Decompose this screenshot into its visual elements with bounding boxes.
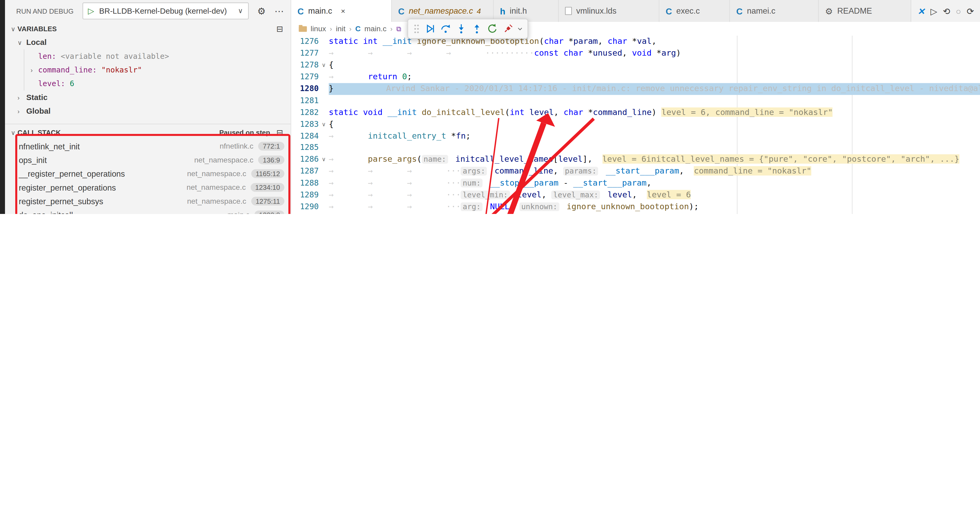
code-line-1289[interactable]: 1289→→→···level_min: level, level_max: l… (291, 189, 980, 201)
frame-location-badge: 1232:8 (255, 211, 284, 214)
more-actions-icon[interactable]: ⋯ (275, 5, 284, 17)
launch-config-dropdown[interactable]: ▷ BR-LLDB-Kernel-Debug (kernel-dev) ∨ (82, 3, 248, 19)
dropdown-button[interactable] (515, 21, 524, 36)
variables-section-header[interactable]: ∨ VARIABLES ⊟ (5, 22, 291, 35)
stack-frame[interactable]: __register_pernet_operationsnet_namespac… (5, 167, 291, 180)
tab-label: vmlinux.lds (576, 6, 616, 16)
run-icon[interactable]: ▷ (931, 6, 937, 16)
variable-name: len: (38, 52, 56, 60)
breadcrumb-item-mainc[interactable]: main.c (364, 24, 387, 33)
stack-frame[interactable]: register_pernet_operationsnet_namespace.… (5, 181, 291, 194)
code-line-1288[interactable]: 1288→→→···num: __stop___param - __start_… (291, 178, 980, 189)
continue-button[interactable] (422, 21, 438, 36)
restart-button[interactable] (484, 21, 500, 36)
code-line-1284[interactable]: 1284→initcall_entry_t *fn; (291, 130, 980, 142)
fold-spacer (319, 71, 329, 83)
gear-icon[interactable]: ⚙ (258, 5, 266, 17)
variables-scope-global[interactable]: ›Global (5, 104, 291, 118)
chevron-down-icon[interactable]: ∨ (9, 25, 18, 32)
variable-row[interactable]: ›command_line: "nokaslr" (24, 63, 291, 77)
tab-label: namei.c (747, 6, 775, 16)
variables-scope-local[interactable]: ∨Local (5, 36, 291, 49)
step-forward-icon[interactable]: ⟳ (967, 6, 974, 16)
code-token (601, 166, 606, 176)
inlay-hint: args: (461, 167, 487, 176)
start-debug-icon[interactable]: ▷ (88, 6, 94, 16)
code-token: , (622, 48, 632, 57)
reverse-continue-icon[interactable]: ⟲ (943, 6, 950, 16)
breadcrumb-item-linux[interactable]: linux (311, 24, 326, 33)
run-and-debug-header: RUN AND DEBUG ▷ BR-LLDB-Kernel-Debug (ke… (5, 0, 291, 22)
fold-icon[interactable]: ∨ (319, 118, 329, 130)
call-stack-section-header[interactable]: ∨ CALL STACK Paused on step ⊟ (5, 125, 291, 139)
tab-exec.c[interactable]: Cexec.c (659, 0, 730, 22)
tab-README[interactable]: ⚙README (819, 0, 911, 22)
code-line-1280[interactable]: 1280}Arvind Sankar - 2020/01/31 14:17:16… (291, 83, 980, 95)
variable-row[interactable]: level: 6 (24, 77, 291, 90)
stack-frame[interactable]: register_pernet_subsysnet_namespace.c127… (5, 194, 291, 208)
fold-icon[interactable]: ∨ (319, 154, 329, 166)
stack-frame[interactable]: nfnetlink_net_initnfnetlink.c772:1 (5, 140, 291, 153)
code-line-1286[interactable]: 1286∨→parse_args(name: initcall_level_na… (291, 154, 980, 166)
code-editor[interactable]: 1276static int __init ignore_unknown_boo… (291, 36, 980, 214)
chevron-right-icon: › (330, 25, 332, 33)
step-into-button[interactable] (453, 21, 469, 36)
chevron-down-icon[interactable]: ∨ (238, 7, 243, 15)
code-token: command_line (593, 107, 651, 117)
disconnect-button[interactable] (500, 21, 515, 36)
stack-frame[interactable]: ops_initnet_namespace.c136:9 (5, 153, 291, 167)
frame-function: register_pernet_subsys (19, 197, 103, 206)
stack-frame[interactable]: do_one_initcallmain.c1232:8 (5, 208, 291, 214)
launch-config-name[interactable]: BR-LLDB-Kernel-Debug (kernel-dev) (99, 6, 238, 15)
close-icon[interactable]: × (341, 6, 345, 15)
fold-icon[interactable]: ∨ (319, 59, 329, 71)
inlay-hint: params: (563, 167, 598, 176)
code-line-1281[interactable]: 1281 (291, 95, 980, 106)
code-token (450, 155, 455, 164)
code-token: __start___param (606, 166, 679, 176)
tab-bar: Cmain.c×Cnet_namespace.c4hinit.hvmlinux.… (291, 0, 980, 22)
tab-main.c[interactable]: Cmain.c× (291, 0, 392, 22)
frame-file: net_namespace.c (194, 155, 258, 164)
breadcrumb-item-init[interactable]: init (336, 24, 346, 33)
variables-list: ∨Locallen: <variable not available>›comm… (5, 36, 291, 118)
chevron-right-icon[interactable]: › (31, 67, 38, 73)
code-token: * (588, 107, 593, 117)
code-token: NULL (490, 202, 509, 211)
debug-session-icon[interactable]: ✕ (918, 6, 925, 16)
code-line-1279[interactable]: 1279→return 0; (291, 71, 980, 83)
record-icon[interactable]: ○ (956, 6, 961, 16)
git-blame-annotation: Arvind Sankar - 2020/01/31 14:17:16 - in… (386, 84, 980, 93)
code-line-1287[interactable]: 1287→→→···args: command_line, params: __… (291, 166, 980, 178)
collapse-all-icon[interactable]: ⊟ (276, 128, 283, 137)
tab-vmlinux.lds[interactable]: vmlinux.lds (559, 0, 659, 22)
line-number: 1280 (291, 83, 319, 95)
folder-icon (299, 26, 307, 32)
collapse-all-icon[interactable]: ⊟ (276, 24, 283, 33)
chevron-down-icon[interactable]: ∨ (9, 129, 18, 136)
chevron-right-icon[interactable]: › (18, 108, 26, 114)
tab-namei.c[interactable]: Cnamei.c (730, 0, 819, 22)
code-line-1282[interactable]: 1282static void __init do_initcall_level… (291, 106, 980, 118)
code-token: , (509, 202, 519, 211)
step-out-button[interactable] (469, 21, 484, 36)
code-token: → (329, 201, 368, 213)
chevron-down-icon[interactable]: ∨ (18, 39, 26, 46)
frame-file: net_namespace.c (186, 183, 251, 192)
scope-label: Global (26, 107, 51, 116)
variable-row[interactable]: len: <variable not available> (24, 49, 291, 63)
code-line-1283[interactable]: 1283∨{ (291, 118, 980, 130)
drag-handle[interactable] (414, 24, 419, 33)
line-text: →initcall_entry_t *fn; (329, 130, 980, 142)
code-line-1290[interactable]: 1290→→→···arg: NULL, unknown: ignore_unk… (291, 201, 980, 213)
code-line-1277[interactable]: 1277→→→→··········const char *unused, vo… (291, 48, 980, 59)
code-line-1285[interactable]: 1285 (291, 142, 980, 154)
step-over-button[interactable] (438, 21, 453, 36)
code-line-1278[interactable]: 1278∨{ (291, 59, 980, 71)
chevron-right-icon[interactable]: › (18, 94, 26, 101)
code-line-1291[interactable]: 1291 (291, 213, 980, 214)
code-line-1276[interactable]: 1276static int __init ignore_unknown_boo… (291, 36, 980, 48)
code-token: → (368, 48, 407, 59)
fold-spacer (319, 130, 329, 142)
variables-scope-static[interactable]: ›Static (5, 90, 291, 104)
